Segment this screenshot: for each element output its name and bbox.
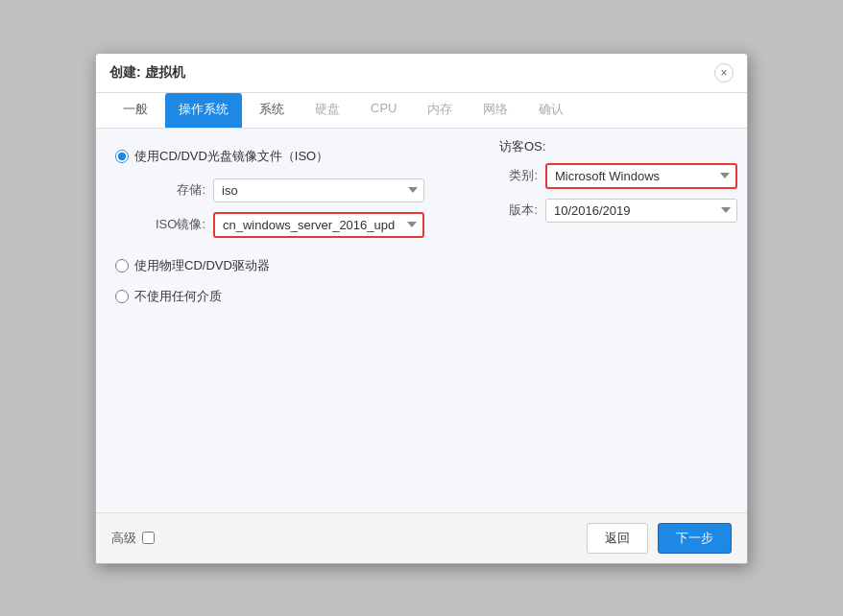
create-vm-dialog: 创建: 虚拟机 × 一般 操作系统 系统 硬盘 CPU 内存 网络 确认 使用C… (95, 53, 748, 564)
advanced-label: 高级 (111, 530, 136, 547)
dialog-footer: 高级 返回 下一步 (96, 512, 747, 563)
tab-confirm: 确认 (525, 93, 577, 128)
guest-os-inner: 访客OS: 类别: Microsoft Windows 版本: 10/2016/… (499, 138, 737, 223)
radio-physical-input[interactable] (115, 259, 129, 272)
tab-system[interactable]: 系统 (246, 93, 298, 128)
version-label: 版本: (499, 201, 538, 219)
radio-physical-label[interactable]: 使用物理CD/DVD驱动器 (115, 257, 270, 274)
dialog-title-text: 创建: 虚拟机 (109, 64, 185, 82)
dialog-body: 使用CD/DVD光盘镜像文件（ISO） 存储: iso ISO镜像: cn_wi… (96, 129, 747, 512)
radio-use-cd-dvd-text: 使用CD/DVD光盘镜像文件（ISO） (134, 148, 328, 165)
radio-no-media-input[interactable] (115, 290, 129, 303)
iso-label: ISO镜像: (136, 216, 205, 233)
radio-no-media-label[interactable]: 不使用任何介质 (115, 288, 222, 305)
radio-physical-text: 使用物理CD/DVD驱动器 (134, 257, 270, 274)
radio-use-cd-dvd-label[interactable]: 使用CD/DVD光盘镜像文件（ISO） (115, 148, 328, 165)
tab-network: 网络 (470, 93, 521, 128)
storage-select[interactable]: iso (213, 178, 424, 202)
tab-cpu: CPU (357, 93, 410, 128)
back-button[interactable]: 返回 (587, 523, 648, 554)
next-button[interactable]: 下一步 (658, 523, 732, 554)
guest-os-section: 访客OS: 类别: Microsoft Windows 版本: 10/2016/… (499, 138, 737, 223)
tab-os[interactable]: 操作系统 (165, 93, 242, 128)
dialog-title-bar: 创建: 虚拟机 × (96, 54, 747, 93)
tab-general[interactable]: 一般 (109, 93, 161, 128)
storage-label: 存储: (136, 181, 205, 199)
iso-select[interactable]: cn_windows_server_2016_upd (213, 212, 424, 238)
tab-bar: 一般 操作系统 系统 硬盘 CPU 内存 网络 确认 (96, 93, 747, 129)
advanced-checkbox[interactable] (142, 532, 155, 544)
tab-disk: 硬盘 (301, 93, 353, 128)
guest-os-title: 访客OS: (499, 138, 737, 155)
version-select[interactable]: 10/2016/2019 (545, 199, 737, 223)
option-use-physical: 使用物理CD/DVD驱动器 (115, 257, 728, 274)
category-row: 类别: Microsoft Windows (499, 163, 737, 189)
radio-use-cd-dvd-input[interactable] (115, 150, 129, 163)
option-no-media: 不使用任何介质 (115, 288, 728, 305)
category-label: 类别: (499, 167, 538, 184)
category-select[interactable]: Microsoft Windows (545, 163, 737, 189)
close-button[interactable]: × (714, 63, 734, 83)
tab-memory: 内存 (414, 93, 466, 128)
radio-no-media-text: 不使用任何介质 (134, 288, 222, 305)
footer-advanced: 高级 (111, 530, 155, 547)
version-row: 版本: 10/2016/2019 (499, 199, 737, 223)
